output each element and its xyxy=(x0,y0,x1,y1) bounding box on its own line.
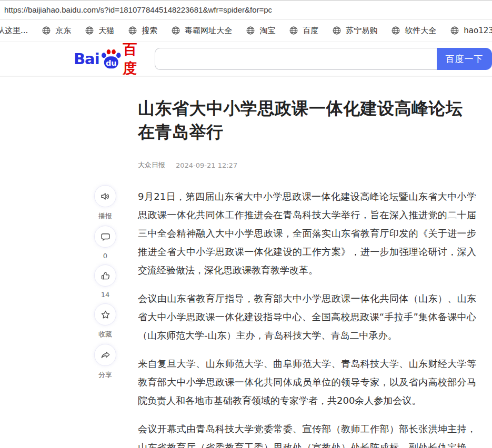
action-label: 分享 xyxy=(98,370,112,380)
bookmarks-bar: 从这里... 京东 天猫 搜索 毒霸网址大全 淘宝 百度 苏宁易购 软件大全 h… xyxy=(0,19,492,42)
bookmark-item[interactable]: 百度 xyxy=(288,25,318,36)
favorite-button[interactable]: 收藏 xyxy=(94,303,116,339)
browser-address-bar[interactable]: https://baijiahao.baidu.com/s?id=1810778… xyxy=(0,0,492,19)
article-title: 山东省大中小学思政课一体化建设高峰论坛在青岛举行 xyxy=(138,97,475,144)
broadcast-button[interactable]: 播报 xyxy=(94,185,116,221)
baidu-paw-icon: du xyxy=(100,48,123,69)
bookmark-label: 软件大全 xyxy=(405,26,436,36)
bookmark-item[interactable]: 软件大全 xyxy=(390,25,436,36)
globe-icon xyxy=(84,25,95,36)
bookmark-label: 京东 xyxy=(55,26,71,36)
comment-count: 0 xyxy=(103,252,107,260)
bookmark-label: 天猫 xyxy=(98,26,114,36)
article-page: 山东省大中小学思政课一体化建设高峰论坛在青岛举行 大众日报 2024-09-21… xyxy=(0,77,492,448)
search-input[interactable] xyxy=(155,48,437,70)
action-sidebar: 播报 0 14 收藏 分享 xyxy=(93,185,118,384)
bookmark-item[interactable]: hao123导航 xyxy=(449,25,492,36)
globe-icon xyxy=(449,25,460,36)
logo-bai-text: Bai xyxy=(74,50,99,68)
globe-icon xyxy=(332,25,342,36)
baidu-logo[interactable]: Bai du 百度 xyxy=(74,40,150,78)
bookmark-item[interactable]: 苏宁易购 xyxy=(332,25,377,36)
like-button[interactable]: 14 xyxy=(94,264,116,299)
globe-icon xyxy=(245,25,256,36)
logo-cn-text: 百度 xyxy=(123,40,150,78)
article-paragraph: 来自复旦大学、山东师范大学、曲阜师范大学、青岛科技大学、山东财经大学等教育部大中… xyxy=(138,354,476,410)
star-icon xyxy=(94,303,116,325)
action-label: 收藏 xyxy=(98,330,112,339)
comments-button[interactable]: 0 xyxy=(94,226,116,260)
bookmark-label: 毒霸网址大全 xyxy=(185,26,232,36)
bookmark-item[interactable]: 搜索 xyxy=(127,25,157,36)
bookmark-label: 苏宁易购 xyxy=(346,26,377,36)
bookmark-item[interactable]: 淘宝 xyxy=(245,25,275,36)
bookmark-item[interactable]: 从这里... xyxy=(0,26,28,36)
bookmark-label: 搜索 xyxy=(142,26,157,36)
globe-icon xyxy=(127,25,138,36)
globe-icon xyxy=(170,25,181,36)
search-bar: 百度一下 xyxy=(155,48,492,70)
baidu-search-button[interactable]: 百度一下 xyxy=(437,48,492,70)
bookmark-item[interactable]: 毒霸网址大全 xyxy=(170,25,232,36)
globe-icon xyxy=(390,25,401,36)
logo-du-text: du xyxy=(106,59,117,67)
article-paragraph: 9月21日，第四届山东省大中小学思政课一体化建设高峰论坛暨山东省大中小学思政课一… xyxy=(138,187,476,279)
bookmark-label: hao123导航 xyxy=(464,26,492,36)
like-count: 14 xyxy=(101,291,110,299)
page-url[interactable]: https://baijiahao.baidu.com/s?id=1810778… xyxy=(4,5,272,14)
thumbs-up-icon xyxy=(94,264,116,287)
bookmark-item[interactable]: 天猫 xyxy=(84,25,114,36)
bookmark-label: 淘宝 xyxy=(259,26,275,36)
article-publish-time: 2024-09-21 12:27 xyxy=(176,161,237,169)
speaker-icon xyxy=(94,185,116,207)
action-label: 播报 xyxy=(98,211,112,221)
globe-icon xyxy=(41,25,52,36)
bookmark-label: 从这里... xyxy=(0,26,28,36)
article-paragraph: 会议开幕式由青岛科技大学党委常委、宣传部（教师工作部）部长张洪坤主持，山东省教育… xyxy=(138,420,476,448)
bookmark-label: 百度 xyxy=(303,26,318,36)
baidu-header: Bai du 百度 百度一下 xyxy=(0,42,492,77)
globe-icon xyxy=(288,25,299,36)
article-paragraph: 会议由山东省教育厅指导，教育部大中小学思政课一体化共同体（山东）、山东省大中小学… xyxy=(138,289,476,344)
article-meta: 大众日报 2024-09-21 12:27 xyxy=(138,160,476,170)
share-button[interactable]: 分享 xyxy=(94,344,116,380)
bookmark-item[interactable]: 京东 xyxy=(41,25,71,36)
comment-icon xyxy=(94,226,116,248)
article-source[interactable]: 大众日报 xyxy=(138,160,165,170)
share-icon xyxy=(94,344,116,366)
article-content: 9月21日，第四届山东省大中小学思政课一体化建设高峰论坛暨山东省大中小学思政课一… xyxy=(138,187,476,448)
